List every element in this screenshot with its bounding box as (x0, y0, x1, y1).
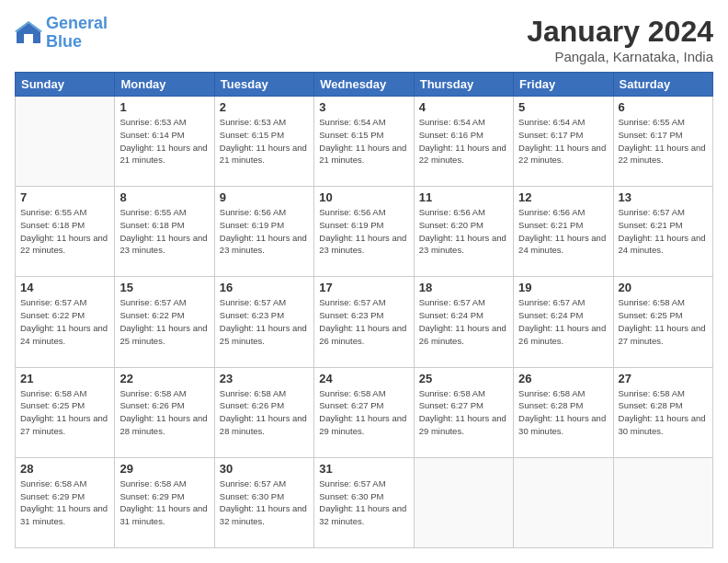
calendar-cell: 14Sunrise: 6:57 AMSunset: 6:22 PMDayligh… (16, 277, 115, 367)
day-info: Sunrise: 6:57 AMSunset: 6:24 PMDaylight:… (419, 296, 508, 347)
calendar-cell: 9Sunrise: 6:56 AMSunset: 6:19 PMDaylight… (214, 187, 313, 277)
day-info: Sunrise: 6:58 AMSunset: 6:25 PMDaylight:… (20, 387, 109, 438)
svg-rect-2 (24, 34, 33, 43)
calendar-cell: 12Sunrise: 6:56 AMSunset: 6:21 PMDayligh… (514, 187, 613, 277)
calendar-cell: 18Sunrise: 6:57 AMSunset: 6:24 PMDayligh… (414, 277, 513, 367)
calendar-cell: 5Sunrise: 6:54 AMSunset: 6:17 PMDaylight… (514, 97, 613, 187)
day-number: 12 (518, 190, 608, 204)
day-info: Sunrise: 6:57 AMSunset: 6:22 PMDaylight:… (119, 296, 209, 347)
week-row-3: 14Sunrise: 6:57 AMSunset: 6:22 PMDayligh… (16, 277, 713, 367)
day-info: Sunrise: 6:55 AMSunset: 6:18 PMDaylight:… (119, 206, 209, 257)
title-block: January 2024 Pangala, Karnataka, India (527, 15, 713, 64)
day-number: 13 (619, 190, 708, 204)
day-info: Sunrise: 6:58 AMSunset: 6:26 PMDaylight:… (119, 387, 209, 438)
calendar-cell: 1Sunrise: 6:53 AMSunset: 6:14 PMDaylight… (115, 97, 214, 187)
calendar-cell (613, 457, 712, 547)
header-sunday: Sunday (16, 73, 115, 97)
logo-line1: General (46, 14, 108, 32)
day-info: Sunrise: 6:56 AMSunset: 6:20 PMDaylight:… (419, 206, 508, 257)
header-saturday: Saturday (613, 73, 712, 97)
day-info: Sunrise: 6:53 AMSunset: 6:15 PMDaylight:… (220, 116, 309, 167)
subtitle: Pangala, Karnataka, India (527, 49, 713, 64)
calendar-cell: 21Sunrise: 6:58 AMSunset: 6:25 PMDayligh… (16, 367, 115, 457)
calendar-cell: 29Sunrise: 6:58 AMSunset: 6:29 PMDayligh… (115, 457, 214, 547)
calendar-cell: 6Sunrise: 6:55 AMSunset: 6:17 PMDaylight… (613, 97, 712, 187)
header-friday: Friday (514, 73, 613, 97)
header: General Blue January 2024 Pangala, Karna… (15, 15, 713, 64)
day-number: 10 (319, 190, 408, 204)
day-number: 21 (20, 372, 109, 385)
day-info: Sunrise: 6:58 AMSunset: 6:29 PMDaylight:… (20, 477, 109, 528)
page: General Blue January 2024 Pangala, Karna… (0, 0, 728, 563)
day-info: Sunrise: 6:58 AMSunset: 6:28 PMDaylight:… (619, 387, 708, 438)
week-row-4: 21Sunrise: 6:58 AMSunset: 6:25 PMDayligh… (16, 367, 713, 457)
day-info: Sunrise: 6:58 AMSunset: 6:25 PMDaylight:… (619, 296, 708, 347)
calendar-cell: 7Sunrise: 6:55 AMSunset: 6:18 PMDaylight… (16, 187, 115, 277)
day-info: Sunrise: 6:57 AMSunset: 6:30 PMDaylight:… (220, 477, 309, 528)
calendar-cell: 26Sunrise: 6:58 AMSunset: 6:28 PMDayligh… (514, 367, 613, 457)
calendar-cell (16, 97, 115, 187)
day-number: 11 (419, 190, 508, 204)
day-info: Sunrise: 6:58 AMSunset: 6:29 PMDaylight:… (119, 477, 209, 528)
week-row-1: 1Sunrise: 6:53 AMSunset: 6:14 PMDaylight… (16, 97, 713, 187)
calendar-cell: 19Sunrise: 6:57 AMSunset: 6:24 PMDayligh… (514, 277, 613, 367)
calendar-cell: 23Sunrise: 6:58 AMSunset: 6:26 PMDayligh… (214, 367, 313, 457)
day-number: 15 (119, 281, 209, 294)
day-number: 14 (20, 281, 109, 294)
calendar-cell: 24Sunrise: 6:58 AMSunset: 6:27 PMDayligh… (314, 367, 414, 457)
day-number: 27 (619, 372, 708, 385)
calendar-cell: 27Sunrise: 6:58 AMSunset: 6:28 PMDayligh… (613, 367, 712, 457)
day-info: Sunrise: 6:57 AMSunset: 6:22 PMDaylight:… (20, 296, 109, 347)
day-info: Sunrise: 6:54 AMSunset: 6:15 PMDaylight:… (319, 116, 408, 167)
day-number: 2 (220, 100, 309, 114)
day-number: 18 (419, 281, 508, 294)
calendar-cell: 16Sunrise: 6:57 AMSunset: 6:23 PMDayligh… (214, 277, 313, 367)
day-info: Sunrise: 6:58 AMSunset: 6:27 PMDaylight:… (419, 387, 508, 438)
day-info: Sunrise: 6:58 AMSunset: 6:28 PMDaylight:… (518, 387, 608, 438)
day-number: 5 (518, 100, 608, 114)
day-info: Sunrise: 6:57 AMSunset: 6:30 PMDaylight:… (319, 477, 408, 528)
day-number: 6 (619, 100, 708, 114)
calendar-cell: 11Sunrise: 6:56 AMSunset: 6:20 PMDayligh… (414, 187, 513, 277)
calendar-cell: 2Sunrise: 6:53 AMSunset: 6:15 PMDaylight… (214, 97, 313, 187)
day-number: 31 (319, 462, 408, 476)
day-info: Sunrise: 6:56 AMSunset: 6:19 PMDaylight:… (319, 206, 408, 257)
day-info: Sunrise: 6:58 AMSunset: 6:27 PMDaylight:… (319, 387, 408, 438)
calendar-table: SundayMondayTuesdayWednesdayThursdayFrid… (15, 72, 713, 548)
logo-line2: Blue (46, 32, 82, 51)
day-number: 16 (220, 281, 309, 294)
day-info: Sunrise: 6:55 AMSunset: 6:18 PMDaylight:… (20, 206, 109, 257)
day-number: 9 (220, 190, 309, 204)
logo-text: General Blue (46, 15, 108, 52)
main-title: January 2024 (527, 15, 713, 49)
calendar-cell: 20Sunrise: 6:58 AMSunset: 6:25 PMDayligh… (613, 277, 712, 367)
day-number: 1 (119, 100, 209, 114)
calendar-cell: 30Sunrise: 6:57 AMSunset: 6:30 PMDayligh… (214, 457, 313, 547)
logo-icon (15, 19, 42, 47)
day-number: 7 (20, 190, 109, 204)
day-number: 30 (220, 462, 309, 476)
header-thursday: Thursday (414, 73, 513, 97)
day-info: Sunrise: 6:57 AMSunset: 6:23 PMDaylight:… (319, 296, 408, 347)
day-info: Sunrise: 6:56 AMSunset: 6:19 PMDaylight:… (220, 206, 309, 257)
calendar-cell: 15Sunrise: 6:57 AMSunset: 6:22 PMDayligh… (115, 277, 214, 367)
day-info: Sunrise: 6:55 AMSunset: 6:17 PMDaylight:… (619, 116, 708, 167)
week-row-2: 7Sunrise: 6:55 AMSunset: 6:18 PMDaylight… (16, 187, 713, 277)
header-wednesday: Wednesday (314, 73, 414, 97)
header-monday: Monday (115, 73, 214, 97)
day-number: 20 (619, 281, 708, 294)
day-info: Sunrise: 6:53 AMSunset: 6:14 PMDaylight:… (119, 116, 209, 167)
day-number: 23 (220, 372, 309, 385)
calendar-cell: 25Sunrise: 6:58 AMSunset: 6:27 PMDayligh… (414, 367, 513, 457)
day-number: 3 (319, 100, 408, 114)
day-number: 28 (20, 462, 109, 476)
day-number: 24 (319, 372, 408, 385)
calendar-header-row: SundayMondayTuesdayWednesdayThursdayFrid… (16, 73, 713, 97)
logo: General Blue (15, 15, 108, 52)
day-number: 17 (319, 281, 408, 294)
day-number: 8 (119, 190, 209, 204)
calendar-cell: 4Sunrise: 6:54 AMSunset: 6:16 PMDaylight… (414, 97, 513, 187)
calendar-cell: 3Sunrise: 6:54 AMSunset: 6:15 PMDaylight… (314, 97, 414, 187)
day-number: 26 (518, 372, 608, 385)
calendar-cell (514, 457, 613, 547)
